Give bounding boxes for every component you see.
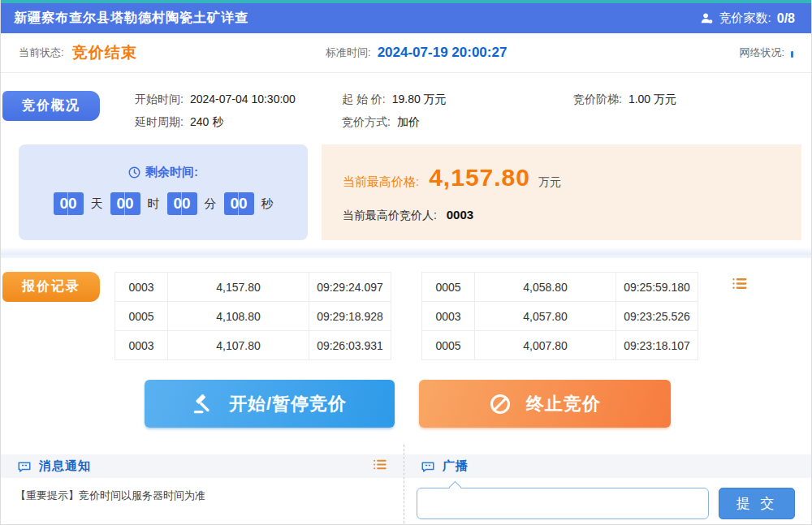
gavel-icon	[192, 393, 214, 415]
submit-button[interactable]: 提 交	[719, 488, 795, 519]
bid-mode-field: 竞价方式:加价	[342, 115, 573, 130]
countdown-day-unit: 天	[91, 196, 103, 212]
countdown-title: 剩余时间:	[19, 165, 308, 180]
bid-records-section: 报价记录 0003 4,157.80 09:29:24.097 0005 4,1…	[1, 258, 811, 368]
countdown-second-unit: 秒	[261, 196, 274, 212]
overview-section-tag: 竞价概况	[2, 91, 100, 121]
records-list-icon[interactable]	[731, 275, 748, 295]
countdown-hour-unit: 时	[148, 196, 160, 212]
time-cell: 09:23:25.526	[616, 302, 698, 331]
network-status-label: 网络状况:	[739, 45, 784, 60]
standard-time: 标准时间: 2024-07-19 20:00:27	[326, 45, 507, 61]
price-cell: 4,058.80	[475, 273, 616, 302]
bidder-count: 竞价家数: 0/8	[700, 11, 795, 26]
countdown-box: 剩余时间: 00 天 00 时 00 分 00 秒	[19, 144, 308, 240]
page-title: 新疆察布查尔县塔勒德村陶瓷土矿详查	[14, 10, 248, 27]
bid-records-table-right: 0005 4,058.80 09:25:59.180 0003 4,057.80…	[421, 272, 698, 360]
important-notice-text: 【重要提示】竞价时间以服务器时间为准	[1, 478, 404, 514]
start-time-field: 开始时间:2024-07-04 10:30:00	[135, 93, 342, 107]
bidder-cell: 0003	[115, 273, 168, 302]
auction-page: 新疆察布查尔县塔勒德村陶瓷土矿详查 竞价家数: 0/8 当前状态: 竞价结束 标…	[0, 0, 812, 525]
bidder-cell: 0005	[422, 331, 475, 360]
speech-bubble-icon	[421, 459, 435, 474]
users-icon	[700, 11, 714, 25]
bid-records-tables: 0003 4,157.80 09:29:24.097 0005 4,108.80…	[1, 258, 811, 360]
auction-overview-section: 竞价概况 开始时间:2024-07-04 10:30:00 起 始 价:19.8…	[1, 73, 811, 144]
start-price-field: 起 始 价:19.80 万元	[342, 93, 573, 107]
broadcast-panel-header: 广播	[404, 454, 811, 478]
highest-bidder-value: 0003	[447, 208, 473, 222]
countdown-days: 00	[54, 192, 84, 215]
status-bar: 当前状态: 竞价结束 标准时间: 2024-07-19 20:00:27 网络状…	[1, 33, 811, 73]
start-pause-bid-button[interactable]: 开始/暂停竞价	[145, 380, 395, 428]
broadcast-panel: 广播 提 交	[404, 445, 811, 525]
bid-records-section-tag: 报价记录	[2, 272, 100, 302]
countdown-seconds: 00	[224, 192, 254, 215]
action-buttons: 开始/暂停竞价 终止竞价	[145, 380, 811, 428]
bidder-cell: 0005	[115, 302, 168, 331]
highest-bidder-label: 当前最高价竞价人:	[343, 209, 437, 222]
price-cell: 4,107.80	[168, 331, 309, 360]
time-cell: 09:23:18.107	[616, 331, 698, 360]
network-status: 网络状况:	[739, 45, 793, 60]
highest-price-value: 4,157.80	[429, 164, 530, 191]
table-row: 0005 4,058.80 09:25:59.180	[422, 273, 698, 302]
price-cell: 4,057.80	[475, 302, 616, 331]
highest-price-box: 当前最高价格: 4,157.80 万元 当前最高价竞价人: 0003	[322, 144, 801, 240]
overview-boxes: 剩余时间: 00 天 00 时 00 分 00 秒 当前最高价格: 4,157.…	[1, 144, 811, 240]
clock-icon	[128, 166, 140, 179]
countdown-label: 剩余时间:	[145, 165, 198, 180]
bottom-panels: 消息通知 【重要提示】竞价时间以服务器时间为准 广播 提 交	[1, 445, 811, 525]
bid-records-table-left: 0003 4,157.80 09:29:24.097 0005 4,108.80…	[114, 272, 391, 360]
highest-price-label: 当前最高价格:	[343, 174, 419, 190]
delay-cycle-field: 延时周期:240 秒	[135, 115, 342, 130]
bidder-cell: 0005	[422, 273, 475, 302]
broadcast-input[interactable]	[417, 488, 709, 519]
table-row: 0003 4,107.80 09:26:03.931	[115, 331, 391, 360]
bid-increment-field: 竞价阶梯:1.00 万元	[573, 93, 811, 107]
countdown-hours: 00	[110, 192, 140, 215]
countdown-minute-unit: 分	[205, 196, 217, 212]
highest-price-unit: 万元	[538, 175, 561, 190]
broadcast-body: 提 交	[404, 478, 811, 519]
table-row: 0005 4,108.80 09:29:18.928	[115, 302, 391, 331]
time-cell: 09:26:03.931	[309, 331, 391, 360]
table-row: 0003 4,057.80 09:23:25.526	[422, 302, 698, 331]
time-cell: 09:29:24.097	[309, 273, 391, 302]
standard-time-label: 标准时间:	[326, 45, 371, 60]
time-cell: 09:29:18.928	[309, 302, 391, 331]
highest-price-line: 当前最高价格: 4,157.80 万元	[343, 164, 801, 191]
countdown-minutes: 00	[167, 192, 197, 215]
message-panel-header: 消息通知	[1, 454, 404, 478]
prohibition-icon	[489, 393, 512, 415]
terminate-bid-button[interactable]: 终止竞价	[419, 380, 671, 428]
price-cell: 4,108.80	[168, 302, 309, 331]
section-divider	[1, 248, 811, 258]
broadcast-panel-title: 广播	[443, 458, 469, 474]
title-bar: 新疆察布查尔县塔勒德村陶瓷土矿详查 竞价家数: 0/8	[1, 3, 811, 33]
broadcast-input-wrap	[417, 488, 709, 519]
bidder-count-label: 竞价家数:	[719, 11, 771, 26]
price-cell: 4,007.80	[475, 331, 616, 360]
price-cell: 4,157.80	[168, 273, 309, 302]
bidder-cell: 0003	[422, 302, 475, 331]
time-cell: 09:25:59.180	[616, 273, 698, 302]
highest-bidder-line: 当前最高价竞价人: 0003	[343, 208, 801, 223]
current-state-label: 当前状态:	[19, 45, 64, 60]
overview-fields: 开始时间:2024-07-04 10:30:00 起 始 价:19.80 万元 …	[1, 73, 811, 130]
speech-bubble-icon	[17, 459, 32, 474]
start-pause-bid-label: 开始/暂停竞价	[229, 392, 347, 416]
bidder-count-value: 0/8	[777, 11, 795, 26]
countdown-digits: 00 天 00 时 00 分 00 秒	[19, 192, 308, 215]
terminate-bid-label: 终止竞价	[526, 392, 601, 416]
table-row: 0005 4,007.80 09:23:18.107	[422, 331, 698, 360]
table-row: 0003 4,157.80 09:29:24.097	[115, 273, 391, 302]
message-list-icon[interactable]	[372, 457, 387, 476]
current-state-value: 竞价结束	[72, 42, 137, 63]
bidder-cell: 0003	[115, 331, 168, 360]
network-signal-icon	[791, 51, 793, 58]
message-panel-title: 消息通知	[39, 458, 91, 474]
message-panel: 消息通知 【重要提示】竞价时间以服务器时间为准	[1, 445, 404, 525]
standard-time-value: 2024-07-19 20:00:27	[378, 45, 508, 61]
